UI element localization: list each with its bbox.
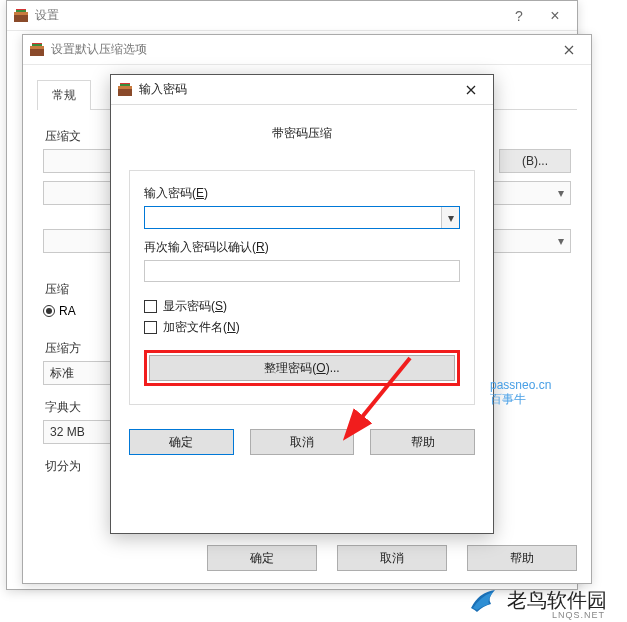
winrar-icon	[13, 8, 29, 24]
cancel-button[interactable]: 取消	[337, 545, 447, 571]
help-button[interactable]: 帮助	[370, 429, 475, 455]
svg-rect-7	[32, 43, 42, 44]
reenter-password-label: 再次输入密码以确认(R)	[144, 239, 460, 256]
help-button[interactable]: 帮助	[467, 545, 577, 571]
password-input-combo[interactable]: ▾	[144, 206, 460, 229]
titlebar: 设置默认压缩选项	[23, 35, 591, 65]
chevron-down-icon: ▾	[558, 186, 564, 200]
password-fieldset: 输入密码(E) ▾ 再次输入密码以确认(R) 显示密码(S) 加密文件名(N) …	[129, 170, 475, 405]
close-button[interactable]	[453, 76, 489, 104]
encrypt-filenames-checkbox[interactable]: 加密文件名(N)	[144, 319, 460, 336]
cancel-button[interactable]: 取消	[250, 429, 355, 455]
password-input[interactable]	[145, 207, 441, 228]
dialog-buttons: 确定 取消 帮助	[207, 545, 577, 571]
winrar-icon	[29, 42, 45, 58]
browse-button[interactable]: (B)...	[499, 149, 571, 173]
radio-label: RA	[59, 304, 76, 318]
titlebar: 设置 ? ×	[7, 1, 577, 31]
close-button[interactable]: ×	[537, 2, 573, 30]
winrar-icon	[117, 82, 133, 98]
help-button[interactable]: ?	[501, 2, 537, 30]
close-button[interactable]	[551, 36, 587, 64]
highlight-annotation: 整理密码(O)...	[144, 350, 460, 386]
svg-rect-9	[118, 86, 132, 89]
checkbox-icon	[144, 300, 157, 313]
radio-checked-icon	[43, 305, 55, 317]
show-password-checkbox[interactable]: 显示密码(S)	[144, 298, 460, 315]
svg-rect-11	[120, 83, 130, 84]
password-confirm-input[interactable]	[144, 260, 460, 282]
checkbox-label: 加密文件名(N)	[163, 319, 240, 336]
bird-logo-icon	[467, 584, 499, 616]
watermark: passneo.cn 百事牛	[490, 378, 551, 406]
enter-password-dialog: 输入密码 带密码压缩 输入密码(E) ▾ 再次输入密码以确认(R) 显示密码(S…	[110, 74, 494, 534]
checkbox-icon	[144, 321, 157, 334]
window-title: 设置默认压缩选项	[51, 41, 551, 58]
tab-general[interactable]: 常规	[37, 80, 91, 110]
chevron-down-icon: ▾	[558, 234, 564, 248]
footer-brand-sub: LNQS.NET	[552, 610, 605, 620]
svg-rect-1	[14, 12, 28, 15]
checkbox-label: 显示密码(S)	[163, 298, 227, 315]
svg-rect-3	[16, 9, 26, 10]
ok-button[interactable]: 确定	[129, 429, 234, 455]
titlebar: 输入密码	[111, 75, 493, 105]
footer-brand: 老鸟软件园 LNQS.NET	[467, 584, 607, 616]
group-title: 带密码压缩	[129, 125, 475, 142]
enter-password-label: 输入密码(E)	[144, 185, 460, 202]
dialog-title: 输入密码	[139, 81, 453, 98]
dialog-buttons: 确定 取消 帮助	[111, 429, 493, 469]
svg-rect-5	[30, 46, 44, 49]
organize-passwords-button[interactable]: 整理密码(O)...	[149, 355, 455, 381]
chevron-down-icon[interactable]: ▾	[441, 207, 459, 228]
ok-button[interactable]: 确定	[207, 545, 317, 571]
window-title: 设置	[35, 7, 501, 24]
